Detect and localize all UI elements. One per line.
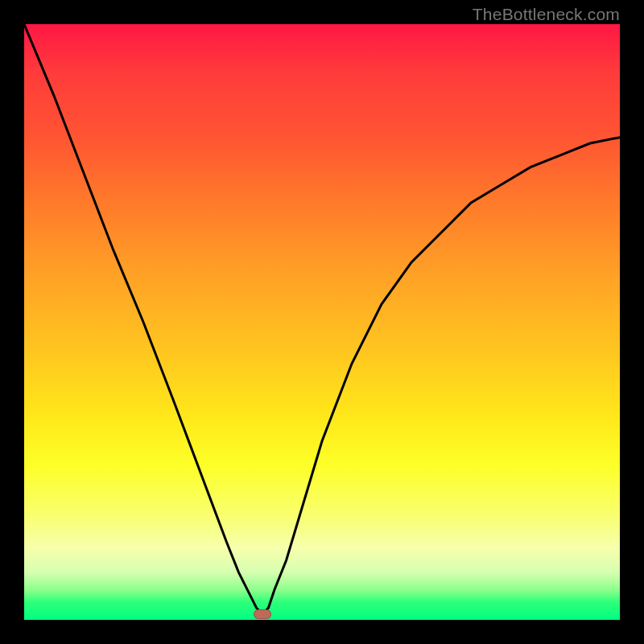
curve-path bbox=[24, 24, 620, 614]
bottleneck-curve bbox=[24, 24, 620, 620]
chart-frame: TheBottleneck.com bbox=[0, 0, 644, 644]
watermark-text: TheBottleneck.com bbox=[473, 5, 620, 24]
optimal-point-marker bbox=[254, 609, 271, 619]
